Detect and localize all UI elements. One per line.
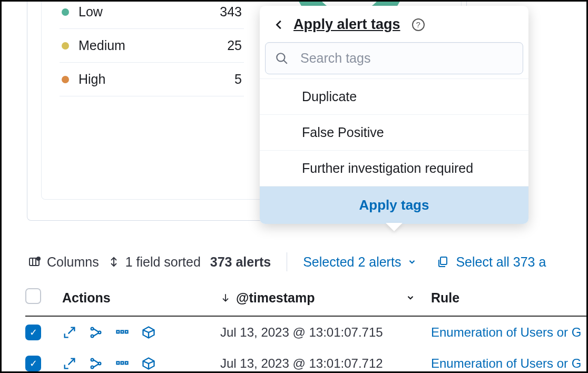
- check-icon: ✓: [30, 327, 37, 338]
- svg-rect-30: [125, 361, 128, 364]
- svg-point-23: [91, 358, 94, 361]
- table-row: ✓ Jul 13, 2023 @ 13:01:07.715 Enumeratio…: [25, 317, 588, 348]
- dot-medium-icon: [62, 42, 69, 50]
- row-checkbox[interactable]: ✓: [25, 325, 41, 340]
- pages-icon: [437, 256, 449, 268]
- header-rule[interactable]: Rule: [431, 290, 588, 306]
- svg-line-13: [93, 329, 98, 332]
- alert-count: 373 alerts: [210, 254, 271, 270]
- severity-count: 25: [227, 38, 242, 53]
- actions-cell: [62, 356, 220, 371]
- svg-point-12: [99, 331, 101, 333]
- severity-label: Medium: [79, 38, 125, 53]
- svg-rect-16: [121, 330, 124, 333]
- popover-title: Apply alert tags: [293, 16, 400, 33]
- columns-button[interactable]: Columns: [28, 254, 99, 270]
- severity-row-low[interactable]: Low 343: [60, 0, 244, 29]
- select-all-button[interactable]: Select all 373 a: [437, 254, 546, 270]
- columns-icon: [28, 256, 41, 268]
- svg-rect-28: [117, 361, 120, 364]
- svg-point-24: [91, 366, 94, 368]
- select-all-label: Select all 373 a: [456, 254, 546, 270]
- search-tags-box[interactable]: [265, 42, 523, 74]
- check-icon: ✓: [30, 358, 37, 369]
- header-timestamp[interactable]: @timestamp: [220, 290, 431, 306]
- dot-low-icon: [62, 8, 69, 16]
- apply-tags-button[interactable]: Apply tags: [260, 186, 528, 224]
- svg-line-26: [93, 360, 98, 363]
- tag-option-further-investigation[interactable]: Further investigation required: [260, 150, 528, 186]
- svg-rect-7: [440, 257, 447, 264]
- severity-count: 5: [234, 72, 242, 87]
- svg-point-10: [91, 327, 94, 330]
- popover-caret-icon: [386, 223, 403, 231]
- svg-line-19: [143, 330, 149, 332]
- svg-line-14: [93, 333, 98, 336]
- divider: [287, 252, 287, 271]
- session-icon[interactable]: [115, 356, 130, 371]
- row-checkbox[interactable]: ✓: [25, 356, 41, 371]
- columns-label: Columns: [47, 254, 99, 270]
- timestamp-cell: Jul 13, 2023 @ 13:01:07.715: [220, 325, 431, 340]
- severity-count: 343: [220, 4, 242, 19]
- svg-point-11: [91, 335, 94, 337]
- chevron-down-icon[interactable]: [406, 293, 415, 302]
- sort-icon: [109, 256, 119, 268]
- svg-line-20: [149, 330, 154, 332]
- dot-high-icon: [62, 76, 69, 83]
- alerts-table: Actions @timestamp Rule ✓ Jul 13, 2023 @…: [25, 281, 588, 373]
- svg-line-32: [143, 361, 149, 364]
- arrow-down-icon: [220, 292, 231, 303]
- svg-line-9: [68, 327, 75, 333]
- analyze-icon[interactable]: [89, 325, 103, 340]
- actions-cell: [62, 325, 220, 340]
- svg-rect-17: [125, 330, 128, 333]
- svg-line-1: [283, 60, 287, 64]
- svg-rect-29: [121, 361, 124, 364]
- svg-point-5: [37, 257, 40, 260]
- svg-rect-15: [117, 330, 120, 333]
- severity-row-high[interactable]: High 5: [60, 63, 244, 96]
- selected-alerts-button[interactable]: Selected 2 alerts: [303, 254, 417, 270]
- help-icon[interactable]: ?: [412, 18, 425, 31]
- back-arrow-icon[interactable]: [273, 19, 285, 31]
- svg-point-0: [277, 53, 285, 61]
- rule-cell[interactable]: Enumeration of Users or G: [431, 325, 588, 340]
- toolbar: Columns 1 field sorted 373 alerts Select…: [28, 252, 586, 271]
- popover-header: Apply alert tags ?: [260, 6, 528, 42]
- selected-label: Selected 2 alerts: [303, 254, 401, 270]
- cube-icon[interactable]: [141, 356, 156, 371]
- chevron-down-icon: [407, 257, 417, 267]
- timestamp-label: @timestamp: [236, 290, 315, 306]
- svg-line-22: [68, 358, 75, 365]
- expand-icon[interactable]: [62, 356, 77, 371]
- tag-option-duplicate[interactable]: Duplicate: [260, 78, 528, 114]
- svg-line-27: [93, 364, 98, 367]
- sorted-label: 1 field sorted: [125, 254, 201, 270]
- table-row: ✓ Jul 13, 2023 @ 13:01:07.712 Enumeratio…: [25, 348, 588, 373]
- timestamp-cell: Jul 13, 2023 @ 13:01:07.712: [220, 356, 431, 371]
- header-actions[interactable]: Actions: [62, 290, 220, 306]
- table-header: Actions @timestamp Rule: [25, 281, 588, 317]
- rule-cell[interactable]: Enumeration of Users or G: [431, 356, 588, 371]
- cube-icon[interactable]: [141, 325, 156, 340]
- search-icon: [275, 52, 289, 65]
- severity-row-medium[interactable]: Medium 25: [60, 29, 244, 63]
- severity-list: Low 343 Medium 25 High 5: [60, 0, 244, 96]
- severity-label: Low: [79, 4, 103, 19]
- select-all-checkbox[interactable]: [25, 288, 41, 304]
- svg-point-25: [99, 362, 101, 365]
- svg-line-33: [149, 361, 154, 364]
- sort-button[interactable]: 1 field sorted: [109, 254, 201, 270]
- session-icon[interactable]: [115, 325, 130, 340]
- tag-option-false-positive[interactable]: False Positive: [260, 114, 528, 150]
- analyze-icon[interactable]: [89, 356, 103, 371]
- severity-label: High: [79, 72, 105, 87]
- search-tags-input[interactable]: [299, 50, 513, 66]
- apply-tags-popover: Apply alert tags ? Duplicate False Posit…: [260, 6, 528, 224]
- expand-icon[interactable]: [62, 325, 77, 340]
